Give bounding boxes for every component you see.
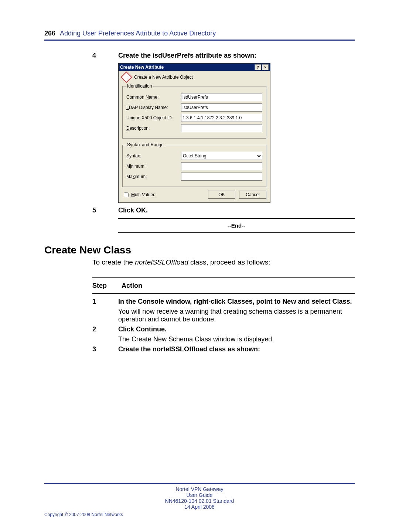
common-name-field[interactable] bbox=[181, 93, 262, 101]
section-intro-a: To create the bbox=[92, 258, 135, 266]
action-header: Action bbox=[122, 282, 355, 290]
multi-valued-checkbox[interactable] bbox=[124, 192, 129, 197]
description-field[interactable] bbox=[181, 124, 262, 132]
rule bbox=[118, 232, 355, 233]
minimum-field[interactable] bbox=[181, 162, 262, 170]
step-number: 3 bbox=[92, 345, 103, 353]
section-heading: Create New Class bbox=[44, 244, 355, 256]
oid-label: Unique X500 Object ID: bbox=[126, 115, 178, 120]
footer-line2: User Guide bbox=[44, 492, 355, 498]
footer-line3b: Standard bbox=[213, 498, 234, 504]
footer-rule bbox=[44, 483, 355, 484]
create-new-attribute-dialog: Create New Attribute ? × Create a New At… bbox=[118, 63, 270, 203]
step-bold: In the Console window, right-click Class… bbox=[118, 298, 355, 306]
minimum-label: Minimum: bbox=[126, 164, 178, 169]
step-number: 4 bbox=[92, 52, 103, 59]
syntax-select[interactable]: Octet String bbox=[181, 152, 262, 160]
step-text: Create the isdUserPrefs attribute as sho… bbox=[118, 52, 355, 59]
step-bold: Click Continue. bbox=[118, 325, 355, 333]
footer-line1: Nortel VPN Gateway bbox=[44, 486, 355, 492]
header-rule bbox=[44, 40, 355, 41]
identification-group: Identification Common Name: LDAP Display… bbox=[122, 83, 266, 139]
section-intro-b: class, proceed as follows: bbox=[188, 258, 270, 266]
syntax-legend: Syntax and Range bbox=[126, 142, 164, 147]
step-number: 2 bbox=[92, 325, 103, 333]
copyright: Copyright © 2007-2008 Nortel Networks bbox=[44, 512, 355, 517]
help-icon[interactable]: ? bbox=[255, 64, 261, 70]
footer-line4: 14 April 2008 bbox=[44, 504, 355, 510]
step-bold: Create the nortelSSLOffload class as sho… bbox=[118, 345, 355, 353]
ok-button[interactable]: OK bbox=[208, 191, 235, 199]
rule bbox=[92, 293, 355, 294]
common-name-label: Common Name: bbox=[126, 95, 178, 100]
cancel-button[interactable]: Cancel bbox=[239, 191, 266, 199]
maximum-field[interactable] bbox=[181, 173, 262, 181]
rule bbox=[92, 277, 355, 278]
step-header: Step bbox=[92, 282, 107, 290]
dialog-prompt: Create a New Attribute Object bbox=[134, 75, 193, 80]
page-number: 266 bbox=[44, 30, 55, 37]
step-number: 5 bbox=[92, 207, 103, 214]
dialog-title: Create New Attribute bbox=[120, 65, 164, 70]
description-label: Description: bbox=[126, 126, 178, 131]
step-text: Click OK. bbox=[118, 207, 355, 214]
end-label: --End-- bbox=[118, 222, 355, 229]
rule bbox=[118, 218, 355, 219]
section-intro-em: nortelSSLOffload bbox=[135, 258, 188, 266]
multi-valued-label: Multi-Valued bbox=[131, 192, 156, 197]
syntax-label: Syntax: bbox=[126, 153, 178, 158]
chapter-title: Adding User Preferences Attribute to Act… bbox=[60, 30, 216, 37]
maximum-label: Maximum: bbox=[126, 174, 178, 179]
ldap-name-field[interactable] bbox=[181, 103, 262, 112]
syntax-group: Syntax and Range Syntax: Octet String Mi… bbox=[122, 142, 266, 187]
step-desc: The Create New Schema Class window is di… bbox=[118, 335, 355, 343]
ldap-name-label: LDAP Display Name: bbox=[126, 105, 178, 110]
footer-line3a: NN46120-104 02.01 bbox=[165, 498, 213, 504]
dialog-titlebar: Create New Attribute ? × bbox=[119, 64, 270, 71]
object-icon bbox=[120, 71, 132, 83]
step-number: 1 bbox=[92, 298, 103, 306]
identification-legend: Identification bbox=[126, 83, 153, 89]
step-desc: You will now receive a warning that crea… bbox=[118, 308, 355, 323]
close-icon[interactable]: × bbox=[262, 64, 269, 70]
oid-field[interactable] bbox=[181, 114, 262, 122]
